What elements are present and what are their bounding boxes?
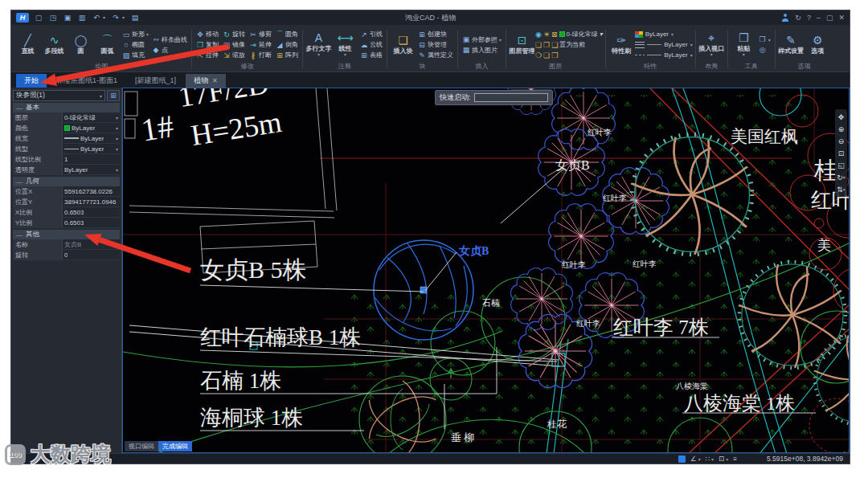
color-control[interactable]: ByLayer▾: [635, 30, 693, 39]
circle-button[interactable]: ◯圆: [68, 27, 94, 63]
layer-manager-button[interactable]: ⊡图层管理: [509, 27, 535, 63]
viewport-edit-tab[interactable]: 视口编辑: [125, 441, 158, 451]
modify-button-9[interactable]: ⌒圆角: [274, 30, 300, 39]
linear-dim-button[interactable]: ⟷线性▾: [332, 27, 358, 63]
match-properties-button[interactable]: ✑特性刷: [608, 27, 635, 63]
modify-button-3[interactable]: ↻旋转: [221, 30, 247, 39]
quick-icon-1[interactable]: ◳: [47, 13, 59, 22]
property-value[interactable]: ByLayer▾: [63, 123, 120, 133]
polyline-button[interactable]: ∿多段线: [41, 27, 68, 63]
nav-icon-6[interactable]: ⇅▾: [837, 183, 845, 195]
insert-viewport-button[interactable]: ⌖插入视口▾: [698, 27, 725, 63]
paste-button[interactable]: ❒粘贴▾: [731, 27, 757, 63]
property-value[interactable]: 0.6503: [63, 218, 120, 227]
set-current-layer-button[interactable]: 置为当前: [559, 40, 585, 49]
property-value[interactable]: 女贞B: [63, 239, 120, 249]
modify-button-2[interactable]: ⇱拉伸: [194, 51, 220, 60]
block-small-button-1[interactable]: ⊟块管理: [416, 40, 455, 50]
layer-dropdown[interactable]: 0-绿化常绿: [567, 30, 598, 39]
draw-small-button-1[interactable]: ◆点: [150, 45, 189, 55]
modify-button-1[interactable]: ❐复制: [194, 40, 220, 50]
copy-tool-button[interactable]: ❐▾: [757, 35, 772, 44]
quick-launch-input[interactable]: [474, 93, 548, 102]
finish-edit-tab[interactable]: 完成编辑: [158, 441, 192, 451]
tab-drawing-1[interactable]: 标准层图纸1-图面1: [48, 74, 125, 88]
modify-button-4[interactable]: ◫镜像: [221, 40, 247, 50]
modify-button-10[interactable]: ◢倒角: [274, 40, 300, 50]
section-header[interactable]: —基本: [13, 103, 120, 112]
nav-icon-0[interactable]: ✥: [838, 111, 845, 123]
insert-small-button-1[interactable]: ▦插入图片: [461, 45, 503, 55]
layer-freeze-icon[interactable]: ☀: [543, 31, 550, 39]
quick-icon-3[interactable]: ▥: [76, 13, 88, 22]
block-small-button-2[interactable]: ✎属性定义: [416, 51, 455, 60]
drawing-canvas[interactable]: 1# 17F/2D H=25m 女贞B 5株红叶石楠球B 1株石楠 1株海桐球 …: [122, 88, 850, 453]
style-settings-button[interactable]: ✎样式设置: [778, 27, 805, 63]
modify-button-11[interactable]: ⊞阵列: [274, 51, 300, 60]
arc-button[interactable]: ⌒圆弧: [94, 27, 121, 63]
property-value[interactable]: 0: [63, 250, 120, 259]
linetype-control[interactable]: ByLayer▾: [635, 51, 693, 60]
draw-small-button-2[interactable]: ▨填充: [121, 51, 150, 60]
section-header[interactable]: —几何: [13, 177, 120, 186]
layer-tool-icon[interactable]: ❏: [535, 41, 542, 49]
nav-icon-4[interactable]: ◱: [837, 159, 845, 171]
quick-icon-4[interactable]: ↶▾: [91, 13, 107, 22]
ortho-mode-icon[interactable]: [678, 455, 686, 463]
lineweight-control[interactable]: ByLayer▾: [635, 40, 693, 50]
layer-tool-icon[interactable]: ❐: [543, 41, 550, 49]
close-button[interactable]: ✕: [838, 14, 845, 22]
nav-icon-5[interactable]: ↻▾: [837, 171, 845, 183]
draw-small-button-0[interactable]: ▭矩形▾: [121, 30, 150, 39]
quick-icon-2[interactable]: ▣: [62, 13, 73, 22]
sync-icon[interactable]: ↻: [795, 14, 801, 22]
modify-button-8[interactable]: ∦打断: [248, 51, 273, 60]
help-icon[interactable]: ?: [807, 14, 811, 22]
block-small-button-0[interactable]: ⊞创建块: [416, 30, 455, 39]
layer-tool-icon[interactable]: ❒: [551, 51, 558, 59]
quick-icon-5[interactable]: ↷▾: [110, 13, 126, 22]
property-value[interactable]: 3894177721.0946: [63, 197, 120, 206]
find-tool-button[interactable]: ◎: [757, 45, 772, 55]
annotate-small-button-1[interactable]: ☁云线: [358, 40, 384, 50]
app-logo-icon[interactable]: H: [16, 13, 29, 22]
property-value[interactable]: 1: [63, 154, 120, 164]
insert-block-button[interactable]: ❏插入块: [390, 27, 416, 63]
modify-button-5[interactable]: ⇲缩放: [221, 51, 247, 60]
annotate-small-button-2[interactable]: ⊞表格: [358, 51, 384, 60]
modify-button-6[interactable]: ✂修剪: [248, 30, 273, 39]
property-value[interactable]: 559162738.0226: [63, 186, 120, 196]
section-header[interactable]: —其他: [13, 230, 120, 239]
property-value[interactable]: ByLayer▾: [63, 165, 120, 174]
tab-plants[interactable]: 植物✕: [186, 74, 226, 88]
quick-icon-6[interactable]: ▤: [129, 13, 141, 22]
tab-new-drawing[interactable]: [新建图纸_1]: [127, 74, 184, 88]
layer-lock-icon[interactable]: ⊠: [551, 31, 558, 39]
property-value[interactable]: ByLayer▾: [63, 144, 120, 153]
nav-icon-3[interactable]: ⊡: [838, 147, 845, 159]
modify-button-0[interactable]: ✥移动: [194, 30, 220, 39]
user-account-icon[interactable]: [781, 14, 789, 22]
status-icon-3[interactable]: ≡: [733, 454, 737, 464]
status-icon-1[interactable]: ∷▾: [706, 454, 714, 464]
layer-on-icon[interactable]: ◉: [535, 31, 542, 39]
layer-tool-icon[interactable]: ❑: [551, 41, 558, 49]
status-icon-2[interactable]: ⊡▾: [719, 454, 728, 464]
modify-button-7[interactable]: ⇥延伸: [248, 40, 273, 50]
nav-icon-2[interactable]: ⊖: [838, 135, 845, 147]
mtext-button[interactable]: A多行文字▾: [305, 27, 332, 63]
insert-small-button-0[interactable]: ▣外部参照▾: [461, 35, 503, 44]
selection-type-dropdown[interactable]: 块参照(1)▾: [13, 90, 105, 101]
property-value[interactable]: ByLayer▾: [63, 133, 120, 143]
layer-tool-icon[interactable]: ❏: [543, 51, 550, 59]
property-value[interactable]: 0.6503: [63, 207, 120, 217]
minimize-button[interactable]: –: [817, 14, 821, 22]
annotate-small-button-0[interactable]: ↗引线: [358, 30, 384, 39]
draw-small-button-1[interactable]: ○椭圆: [121, 40, 150, 50]
tab-start[interactable]: 开始: [16, 74, 47, 88]
quick-icon-0[interactable]: ▢: [33, 13, 44, 22]
draw-small-button-0[interactable]: ∾样条曲线: [150, 35, 189, 44]
line-button[interactable]: ╱直线: [14, 27, 41, 63]
status-icon-0[interactable]: ∠▾: [690, 454, 701, 464]
maximize-button[interactable]: ▢: [826, 14, 833, 22]
